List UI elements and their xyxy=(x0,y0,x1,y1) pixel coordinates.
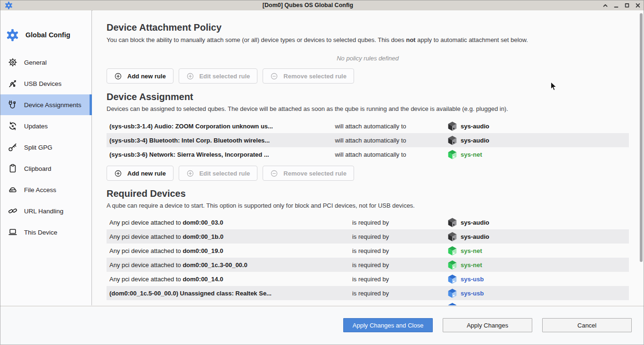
required-table: Any pci device attached to dom0:00_03.0 … xyxy=(107,215,629,305)
remove-rule-button[interactable]: Remove selected rule xyxy=(263,166,354,181)
sidebar-item-label: Device Assignments xyxy=(24,101,82,109)
qube-name: sys-audio xyxy=(461,219,489,226)
edit-rule-button[interactable]: Edit selected rule xyxy=(179,68,258,84)
apply-changes-and-close-button[interactable]: Apply Changes and Close xyxy=(343,318,433,332)
minimize-icon xyxy=(613,2,619,8)
sidebar-item-updates[interactable]: Updates xyxy=(0,116,91,136)
relation-text: is required by xyxy=(293,219,448,226)
sidebar-item-file-access[interactable]: File Access xyxy=(0,179,91,200)
device-name: dom0:00_1c.3-00_00.0 xyxy=(182,261,247,269)
maximize-window-button[interactable] xyxy=(623,2,630,9)
plus-circle-icon xyxy=(114,72,122,80)
required-section-description: A qube can require a device to start. Th… xyxy=(107,202,629,210)
shade-window-button[interactable] xyxy=(602,2,609,9)
maximize-icon xyxy=(624,2,630,8)
sidebar-item-label: URL Handling xyxy=(24,208,64,215)
table-row-clipped[interactable]: Any pci device attached to dom0:00_1d.0 … xyxy=(107,300,629,305)
close-icon xyxy=(635,2,641,8)
drive-icon xyxy=(8,185,18,195)
table-row[interactable]: Any pci device attached to dom0:00_19.0 … xyxy=(107,244,629,258)
apply-changes-button[interactable]: Apply Changes xyxy=(443,318,532,332)
table-row[interactable]: (sys-usb:3-4) Bluetooth: Intel Corp. Blu… xyxy=(107,133,629,147)
plus-circle-icon xyxy=(114,169,122,177)
plus-circle-icon xyxy=(186,72,194,80)
button-label: Edit selected rule xyxy=(199,73,250,80)
cancel-button[interactable]: Cancel xyxy=(542,318,632,332)
table-row[interactable]: (sys-usb:3-1.4) Audio: ZOOM Corporation … xyxy=(107,119,629,133)
device-name: dom0:00_19.0 xyxy=(182,247,223,254)
relation-text: is required by xyxy=(293,261,448,269)
add-rule-button[interactable]: Add new rule xyxy=(107,166,173,181)
laptop-icon xyxy=(8,227,18,237)
edit-rule-button[interactable]: Edit selected rule xyxy=(179,166,258,181)
device-name: dom0:00_14.0 xyxy=(182,276,223,283)
qubes-logo-icon xyxy=(6,29,19,42)
device-plug-icon xyxy=(8,100,18,110)
button-label: Add new rule xyxy=(127,170,166,177)
relation-text: is required by xyxy=(293,290,448,297)
qube-cube-icon xyxy=(448,150,457,160)
main-content: Device Attachment Policy You can block t… xyxy=(92,10,644,305)
minimize-window-button[interactable] xyxy=(612,2,619,9)
qube-cube-icon xyxy=(448,303,457,306)
policy-section-title: Device Attachment Policy xyxy=(107,22,629,33)
button-label: Add new rule xyxy=(127,73,166,80)
link-icon xyxy=(8,206,18,216)
button-label: Remove selected rule xyxy=(283,73,347,80)
minus-circle-icon xyxy=(270,72,278,80)
qube-cube-icon xyxy=(448,121,457,131)
device-prefix: Any pci device attached to xyxy=(109,276,182,283)
window-title: [Dom0] Qubes OS Global Config xyxy=(28,0,587,10)
sidebar-item-label: Updates xyxy=(24,123,48,130)
table-row[interactable]: Any pci device attached to dom0:00_03.0 … xyxy=(107,215,629,229)
description-text: apply to automatic attachment set below. xyxy=(415,36,528,43)
policy-section-description: You can block the ability to manually at… xyxy=(107,36,629,44)
relation-text: is required by xyxy=(293,247,448,254)
device-prefix: Any pci device attached to xyxy=(109,233,182,240)
qube-name: sys-audio xyxy=(461,123,489,130)
sidebar-item-clipboard[interactable]: Clipboard xyxy=(0,158,91,179)
sidebar-item-split-gpg[interactable]: Split GPG xyxy=(0,137,91,158)
assignment-button-row: Add new rule Edit selected rule Remove s… xyxy=(107,166,629,181)
sidebar-item-general[interactable]: General xyxy=(0,52,91,73)
no-policy-rules-text: No policy rules defined xyxy=(107,54,629,62)
add-rule-button[interactable]: Add new rule xyxy=(107,68,173,84)
policy-button-row: Add new rule Edit selected rule Remove s… xyxy=(107,68,629,84)
relation-text: is required by xyxy=(293,276,448,283)
table-row[interactable]: (dom0:00_1c.5-00_00.0) Unassigned class:… xyxy=(107,286,629,300)
sidebar-item-this-device[interactable]: This Device xyxy=(0,222,91,243)
minus-circle-icon xyxy=(270,169,278,177)
sidebar: Global Config General USB Devices Device… xyxy=(0,10,92,305)
table-row[interactable]: (sys-usb:3-6) Network: Sierra Wireless, … xyxy=(107,147,629,161)
qube-name: sys-usb xyxy=(461,290,484,297)
qube-name: sys-audio xyxy=(461,233,489,240)
device-name: dom0:00_03.0 xyxy=(182,219,223,226)
sidebar-item-usb-devices[interactable]: USB Devices xyxy=(0,73,91,94)
sidebar-header: Global Config xyxy=(0,25,91,45)
vertical-scrollbar-thumb[interactable] xyxy=(640,13,643,262)
table-row[interactable]: Any pci device attached to dom0:00_1b.0 … xyxy=(107,229,629,244)
assignment-table: (sys-usb:3-1.4) Audio: ZOOM Corporation … xyxy=(107,119,629,161)
sidebar-item-url-handling[interactable]: URL Handling xyxy=(0,201,91,221)
qube-name: sys-net xyxy=(461,151,482,158)
qube-name: sys-net xyxy=(461,247,482,254)
relation-text: will attach automatically to xyxy=(293,137,448,144)
device-name: dom0:00_1d.0 xyxy=(182,304,223,306)
chevron-up-icon xyxy=(602,2,609,8)
plus-circle-icon xyxy=(186,169,194,177)
device-name: (sys-usb:3-1.4) Audio: ZOOM Corporation … xyxy=(109,123,273,130)
qube-name: sys-usb xyxy=(461,304,484,306)
footer: Apply Changes and Close Apply Changes Ca… xyxy=(0,306,644,345)
sidebar-item-device-assignments[interactable]: Device Assignments xyxy=(0,94,91,115)
required-section-title: Required Devices xyxy=(107,188,629,199)
window-controls xyxy=(602,0,641,10)
device-prefix: Any pci device attached to xyxy=(109,261,182,269)
qube-name: sys-usb xyxy=(461,276,484,283)
qube-cube-icon xyxy=(448,232,457,242)
close-window-button[interactable] xyxy=(634,2,641,9)
remove-rule-button[interactable]: Remove selected rule xyxy=(263,68,354,84)
qube-cube-icon xyxy=(448,260,457,270)
table-row[interactable]: Any pci device attached to dom0:00_1c.3-… xyxy=(107,258,629,272)
table-row[interactable]: Any pci device attached to dom0:00_14.0 … xyxy=(107,272,629,286)
usb-icon xyxy=(8,78,18,89)
